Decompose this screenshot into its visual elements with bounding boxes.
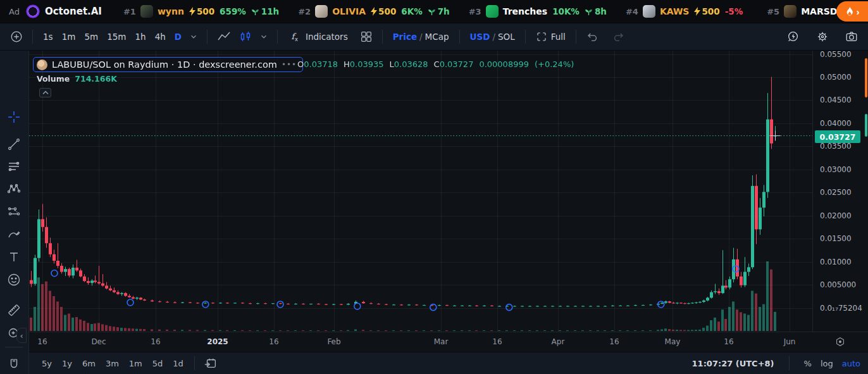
token-rank: #4 [626, 7, 638, 16]
usd-sol-toggle[interactable]: USD / SOL [466, 29, 519, 44]
time-axis-label: 16 [269, 337, 278, 346]
range-3m[interactable]: 3m [101, 357, 124, 370]
emoji-tool-icon[interactable] [5, 271, 23, 289]
time-axis-label: Apr [552, 337, 565, 346]
percent-scale-button[interactable]: % [804, 359, 812, 368]
symbol-search-button[interactable] [6, 28, 27, 46]
range-1d[interactable]: 1d [168, 357, 189, 370]
time-axis-label: Jun [784, 337, 796, 346]
timeframe-menu-chevron-icon[interactable] [186, 30, 201, 43]
fullscreen-button[interactable]: Full [531, 28, 570, 45]
range-6m[interactable]: 6m [77, 357, 101, 370]
fib-lines-tool-icon[interactable] [5, 158, 23, 175]
timeframe-D-active[interactable]: D [170, 29, 186, 44]
edge-marker-teal [865, 114, 867, 137]
redo-button[interactable] [609, 28, 629, 46]
fullscreen-icon [536, 31, 547, 42]
timeframe-4h[interactable]: 4h [151, 29, 170, 44]
axis-settings-icon[interactable] [834, 335, 846, 348]
time-axis-label: 16 [37, 337, 47, 346]
timeframe-1h[interactable]: 1h [130, 29, 150, 44]
legend-more-button[interactable]: ••• [282, 60, 297, 69]
price-mode-active[interactable]: Price [393, 32, 417, 42]
ad-label: Ad [9, 7, 20, 16]
price-axis[interactable]: 0.055000.050000.045000.040000.035000.030… [812, 51, 868, 332]
change-percent: (+0.24%) [535, 59, 574, 69]
trending-token[interactable]: #4KAWS500-5% [626, 5, 748, 18]
range-group: 5y1y6m3m1m5d1d [37, 357, 189, 370]
price-chart-canvas[interactable] [29, 51, 812, 332]
usd-mode-active[interactable]: USD [470, 32, 490, 42]
flame-icon [845, 6, 854, 16]
age-value: 8h [595, 6, 607, 16]
legend-collapse-button[interactable] [39, 88, 51, 97]
symbol-legend[interactable]: LABUBU/SOL on Raydium · 1D · dexscreener… [33, 57, 303, 72]
sol-mode[interactable]: SOL [498, 32, 515, 42]
undo-button[interactable] [582, 28, 602, 46]
time-axis-label: Dec [91, 337, 106, 346]
time-axis[interactable]: 16Dec16202516FebMar16Apr16May16Jun [29, 332, 868, 352]
range-1m[interactable]: 1m [124, 357, 147, 370]
trending-token[interactable]: #3Trenches10K%8h [469, 5, 607, 18]
projection-tool-icon[interactable] [5, 203, 23, 220]
token-avatar [37, 59, 47, 70]
crosshair-tool-icon[interactable] [5, 108, 23, 126]
trending-token[interactable]: #2OLIVIA5006K%7h [298, 5, 449, 18]
magnet-tool-icon[interactable] [5, 356, 23, 373]
token-avatar [140, 5, 153, 18]
text-tool-icon[interactable] [5, 248, 23, 266]
go-to-date-icon[interactable] [201, 354, 221, 372]
settings-gear-icon[interactable] [812, 28, 833, 46]
chart-pane: LABUBU/SOL on Raydium · 1D · dexscreener… [29, 51, 812, 332]
token-change: -5% [725, 6, 743, 16]
quick-action-icon[interactable] [783, 28, 803, 46]
candles-chart-type-icon[interactable] [235, 27, 256, 46]
trending-token[interactable]: #1wynn500659%11h [123, 5, 279, 18]
timeframe-15m[interactable]: 15m [102, 29, 130, 44]
range-1y[interactable]: 1y [57, 357, 77, 370]
timeframe-1m[interactable]: 1m [58, 29, 80, 44]
panel-collapse-handle[interactable]: ‹ [16, 328, 27, 343]
range-5d[interactable]: 5d [147, 357, 168, 370]
token-change: 6K% [401, 6, 422, 16]
clock-timezone-button[interactable]: 11:07:27 (UTC+8) [692, 359, 774, 368]
token-age: 8h [585, 6, 607, 16]
timeframe-1s[interactable]: 1s [39, 29, 58, 44]
pattern-tool-icon[interactable] [5, 180, 23, 198]
timeframe-5m[interactable]: 5m [80, 29, 102, 44]
price-mcap-toggle[interactable]: Price / MCap [388, 29, 454, 44]
close-value: 0.03727 [440, 59, 474, 69]
token-avatar [486, 5, 499, 18]
line-chart-type-icon[interactable] [213, 27, 235, 46]
chart-toolbar: 1s1m5m15m1h4hD fx Indicators Price / MC [0, 23, 868, 51]
toolbar-divider [277, 30, 278, 44]
time-axis-label: 16 [724, 337, 733, 346]
sprout-icon [585, 8, 595, 16]
measure-ruler-icon[interactable] [5, 301, 23, 319]
indicators-button[interactable]: fx Indicators [283, 27, 352, 46]
open-value: 0.03718 [304, 59, 338, 69]
auto-scale-button[interactable]: auto [842, 359, 860, 368]
screenshot-camera-icon[interactable] [841, 28, 862, 46]
trending-banner: Ad Octonet.AI #1wynn500659%11h#2OLIVIA50… [0, 0, 868, 23]
chart-type-chevron-icon[interactable] [256, 30, 271, 43]
token-boost: 500 [371, 6, 396, 16]
token-boost: 500 [694, 6, 719, 16]
trend-line-tool-icon[interactable] [5, 135, 23, 153]
ad-brand-link[interactable]: Octonet.AI [45, 6, 102, 17]
chevron-right-icon: › [857, 7, 860, 16]
log-scale-button[interactable]: log [821, 359, 833, 368]
boosted-tokens-button[interactable]: › [836, 1, 868, 22]
price-axis-label: 0.04000 [820, 119, 852, 128]
token-rank: #5 [767, 7, 779, 16]
layout-grid-icon[interactable] [356, 28, 376, 46]
boost-lightning-icon [189, 7, 197, 16]
token-avatar [643, 5, 655, 18]
toolbar-divider [207, 30, 208, 44]
edge-marker-orange [865, 58, 867, 97]
range-5y[interactable]: 5y [37, 357, 57, 370]
brush-tool-icon[interactable] [5, 225, 23, 243]
mcap-mode[interactable]: MCap [425, 32, 449, 42]
price-axis-label: 0.03500 [820, 142, 852, 151]
volume-readout: Volume 714.166K [37, 74, 117, 84]
